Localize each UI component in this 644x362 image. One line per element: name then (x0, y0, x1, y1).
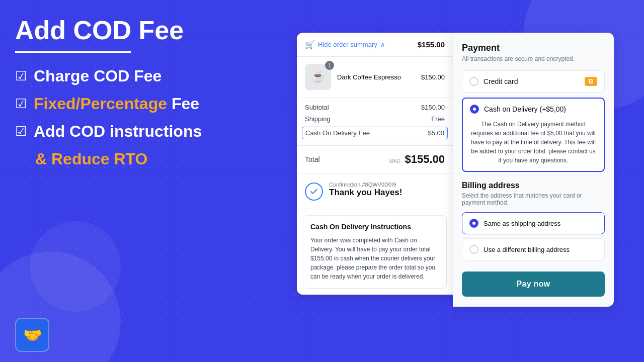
product-name: Dark Coffee Espresso (337, 73, 421, 81)
left-panel: Add COD Fee ☑ Charge COD Fee ☑ Fixed/Per… (15, 15, 226, 168)
confirm-text-group: Confirmation #8QWV0D0I9 Thank you Hayes! (329, 182, 403, 198)
shipping-value: Free (431, 115, 445, 123)
product-image-wrap: ☕ 1 (305, 64, 331, 90)
feature-charge-text: Charge COD Fee (34, 67, 162, 85)
chevron-up-icon: ∧ (380, 41, 385, 48)
feature-fixed-text: Fixed/Percentage Fee (34, 95, 199, 113)
reduce-rto-amp: & (35, 150, 51, 168)
billing-different-label: Use a different billing address (484, 246, 570, 253)
confirmation-number: Confirmation #8QWV0D0I9 (329, 182, 403, 188)
feature-charge: ☑ Charge COD Fee (15, 67, 226, 85)
total-currency: MAD (389, 158, 400, 164)
product-badge: 1 (325, 61, 334, 70)
order-panel: 🛒 Hide order summary ∧ $155.00 ☕ 1 Dark … (297, 33, 453, 295)
confirm-check-icon (305, 183, 323, 201)
billing-same-label: Same as shipping address (484, 220, 560, 227)
reduce-rto: & Reduce RTO (35, 150, 226, 168)
title-underline (15, 51, 131, 53)
main-title: Add COD Fee (15, 15, 226, 45)
cod-left: Cash on Delivery (+$5,00) (470, 105, 566, 114)
payment-option-credit-card[interactable]: Credit card B (462, 70, 605, 93)
shipping-row: Shipping Free (305, 115, 445, 123)
subtotal-row: Subtotal $150.00 (305, 104, 445, 111)
cod-header: Cash on Delivery (+$5,00) (470, 105, 597, 114)
cod-radio (470, 105, 479, 114)
order-total-row: Total MAD $155.00 (297, 146, 453, 173)
payment-subtitle: All transactions are secure and encrypte… (462, 55, 605, 62)
billing-section: Billing address Select the address that … (462, 181, 605, 297)
product-price: $150.00 (421, 73, 445, 81)
feature-instructions-text: Add COD instructions (34, 122, 202, 141)
reduce-rto-highlight: Reduce RTO (51, 150, 147, 168)
pay-now-button[interactable]: Pay now (462, 272, 605, 297)
hide-summary-label: Hide order summary (318, 41, 377, 48)
subtotal-label: Subtotal (305, 104, 329, 111)
panels-container: 🛒 Hide order summary ∧ $155.00 ☕ 1 Dark … (297, 33, 614, 307)
app-icon-emoji: 🤝 (23, 326, 42, 344)
order-header: 🛒 Hide order summary ∧ $155.00 (297, 33, 453, 57)
credit-card-radio (469, 77, 478, 86)
credit-card-left: Credit card (469, 77, 518, 86)
credit-card-label: Credit card (484, 77, 518, 85)
checkmark-instructions: ☑ (15, 124, 27, 139)
payment-panel: Payment All transactions are secure and … (453, 33, 614, 307)
thank-you-text: Thank you Hayes! (329, 188, 403, 198)
total-label: Total (305, 155, 320, 163)
cod-fee-label: Cash On Delivery Fee (305, 129, 370, 137)
cart-icon: 🛒 (305, 40, 315, 49)
total-amount-group: MAD $155.00 (389, 153, 445, 166)
order-breakdown: Subtotal $150.00 Shipping Free Cash On D… (297, 98, 453, 146)
bg-blob-3 (30, 221, 121, 312)
cod-fee-value: $5.00 (428, 129, 444, 137)
hide-summary-button[interactable]: 🛒 Hide order summary ∧ (305, 40, 385, 49)
feature-fixed-suffix: Fee (167, 95, 199, 113)
feature-fixed: ☑ Fixed/Percentage Fee (15, 95, 226, 113)
billing-subtitle: Select the address that matches your car… (462, 192, 605, 206)
cod-instructions-section: Cash On Delivery Instructions Your order… (303, 215, 447, 289)
payment-title: Payment (462, 43, 605, 53)
billing-same-radio (469, 219, 478, 228)
cod-instructions-title: Cash On Delivery Instructions (310, 223, 439, 231)
credit-card-header: Credit card B (469, 77, 597, 86)
order-header-total: $155.00 (418, 40, 445, 49)
checkmark-charge: ☑ (15, 68, 27, 84)
b-badge: B (585, 77, 597, 86)
total-amount: $155.00 (405, 153, 445, 165)
billing-option-same[interactable]: Same as shipping address (462, 212, 605, 234)
app-icon: 🤝 (15, 318, 49, 352)
feature-fixed-highlight: Fixed/Percentage (34, 95, 167, 113)
billing-title: Billing address (462, 181, 605, 190)
cod-label: Cash on Delivery (+$5,00) (484, 105, 566, 113)
feature-instructions: ☑ Add COD instructions (15, 122, 226, 141)
order-item-row: ☕ 1 Dark Coffee Espresso $150.00 (297, 57, 453, 98)
cod-description: The Cash on Delivery payment method requ… (470, 120, 597, 165)
cod-instructions-text: Your order was completed with Cash on De… (310, 236, 439, 281)
payment-option-cod[interactable]: Cash on Delivery (+$5,00) The Cash on De… (462, 98, 605, 172)
billing-option-different[interactable]: Use a different billing address (462, 238, 605, 260)
confirmation-section: Confirmation #8QWV0D0I9 Thank you Hayes! (297, 173, 453, 209)
shipping-label: Shipping (305, 115, 331, 123)
cod-fee-row: Cash On Delivery Fee $5.00 (302, 127, 448, 139)
billing-different-radio (469, 245, 478, 254)
subtotal-value: $150.00 (421, 104, 445, 111)
checkmark-fixed: ☑ (15, 96, 27, 112)
